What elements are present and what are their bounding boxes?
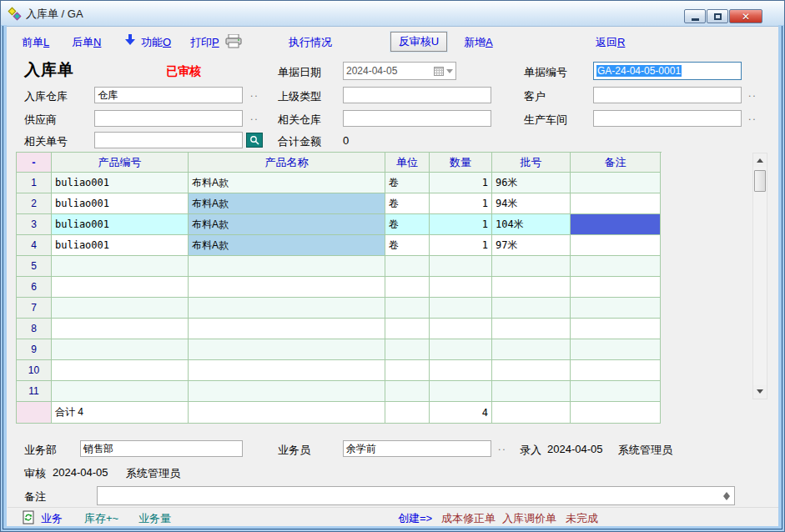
- scroll-down-button[interactable]: [753, 385, 767, 399]
- note-cell[interactable]: [571, 339, 661, 360]
- note-cell[interactable]: [571, 173, 661, 193]
- unit-cell[interactable]: [385, 298, 430, 319]
- salesman-field[interactable]: 余学前: [343, 440, 491, 457]
- quantity-cell[interactable]: 1: [430, 173, 492, 193]
- print-link[interactable]: 打印P: [190, 35, 219, 50]
- batch-cell[interactable]: [492, 298, 571, 319]
- quantity-cell[interactable]: [430, 381, 492, 402]
- product-name-cell[interactable]: [189, 339, 385, 360]
- salesman-lookup-dots[interactable]: ..: [498, 441, 507, 453]
- batch-cell[interactable]: [492, 360, 571, 381]
- grid-column-header[interactable]: 单位: [385, 153, 430, 173]
- status-price-adj-link[interactable]: 入库调价单: [502, 511, 556, 526]
- status-create-link[interactable]: 创建=>: [398, 511, 432, 526]
- product-name-cell[interactable]: 布料A款: [189, 214, 385, 235]
- row-number-cell[interactable]: 1: [17, 173, 52, 193]
- row-number-cell[interactable]: 8: [17, 319, 52, 339]
- product-name-cell[interactable]: [189, 277, 385, 298]
- parent-type-field[interactable]: [343, 87, 491, 103]
- grid-column-header[interactable]: 产品名称: [189, 153, 385, 173]
- product-name-cell[interactable]: [189, 319, 385, 339]
- product-code-cell[interactable]: [52, 277, 189, 298]
- batch-cell[interactable]: [492, 381, 571, 402]
- prev-doc-link[interactable]: 前单L: [22, 35, 49, 50]
- function-menu-link[interactable]: 功能O: [141, 35, 171, 50]
- row-number-cell[interactable]: 5: [17, 256, 52, 277]
- note-cell[interactable]: [571, 360, 661, 381]
- refresh-doc-icon[interactable]: [22, 510, 35, 527]
- row-number-cell[interactable]: 4: [17, 235, 52, 256]
- note-cell[interactable]: [571, 381, 661, 402]
- product-name-cell[interactable]: [189, 298, 385, 319]
- batch-cell[interactable]: [492, 319, 571, 339]
- supplier-lookup-dots[interactable]: ..: [250, 111, 259, 123]
- product-code-cell[interactable]: [52, 360, 189, 381]
- note-cell[interactable]: [571, 193, 661, 214]
- quantity-cell[interactable]: [430, 298, 492, 319]
- close-button[interactable]: ✕: [729, 9, 762, 23]
- row-number-cell[interactable]: 2: [17, 193, 52, 214]
- row-number-cell[interactable]: 6: [17, 277, 52, 298]
- product-code-cell[interactable]: [52, 339, 189, 360]
- next-doc-link[interactable]: 后单N: [72, 35, 101, 50]
- search-icon[interactable]: [246, 133, 263, 148]
- unit-cell[interactable]: [385, 256, 430, 277]
- grid-scrollbar[interactable]: [752, 153, 767, 399]
- product-code-cell[interactable]: buliao001: [52, 235, 189, 256]
- scrollbar-thumb[interactable]: [754, 170, 766, 192]
- grid-column-header[interactable]: -: [17, 153, 52, 173]
- batch-cell[interactable]: [492, 256, 571, 277]
- product-name-cell[interactable]: [189, 381, 385, 402]
- note-field[interactable]: [97, 486, 735, 505]
- unit-cell[interactable]: [385, 339, 430, 360]
- grid-column-header[interactable]: 数量: [430, 153, 492, 173]
- row-number-cell[interactable]: 3: [17, 214, 52, 235]
- doc-date-field[interactable]: 2024-04-05: [343, 62, 456, 80]
- quantity-cell[interactable]: 1: [430, 193, 492, 214]
- row-number-cell[interactable]: 11: [17, 381, 52, 402]
- scroll-up-button[interactable]: [753, 153, 767, 167]
- quantity-cell[interactable]: [430, 277, 492, 298]
- status-biz-qty-link[interactable]: 业务量: [138, 511, 171, 526]
- unit-cell[interactable]: 卷: [385, 173, 430, 193]
- maximize-button[interactable]: [707, 9, 728, 23]
- row-number-cell[interactable]: 10: [17, 360, 52, 381]
- related-no-field[interactable]: [94, 132, 243, 148]
- product-code-cell[interactable]: [52, 298, 189, 319]
- batch-cell[interactable]: 94米: [492, 193, 571, 214]
- printer-icon[interactable]: [224, 34, 243, 51]
- workshop-lookup-dots[interactable]: ..: [748, 111, 757, 123]
- unit-cell[interactable]: 卷: [385, 214, 430, 235]
- batch-cell[interactable]: 104米: [492, 214, 571, 235]
- product-name-cell[interactable]: [189, 256, 385, 277]
- related-warehouse-field[interactable]: [343, 110, 491, 127]
- customer-lookup-dots[interactable]: ..: [748, 88, 757, 99]
- batch-cell[interactable]: 97米: [492, 235, 571, 256]
- quantity-cell[interactable]: [430, 319, 492, 339]
- warehouse-field[interactable]: 仓库: [94, 87, 243, 103]
- customer-field[interactable]: [593, 87, 742, 103]
- quantity-cell[interactable]: [430, 360, 492, 381]
- unaudit-button[interactable]: 反审核U: [390, 32, 447, 52]
- product-code-cell[interactable]: [52, 381, 189, 402]
- note-cell[interactable]: [571, 319, 661, 339]
- execution-status-link[interactable]: 执行情况: [289, 35, 332, 50]
- row-number-cell[interactable]: 7: [17, 298, 52, 319]
- row-number-cell[interactable]: 9: [17, 339, 52, 360]
- supplier-field[interactable]: [94, 110, 243, 127]
- add-new-link[interactable]: 新增A: [464, 35, 493, 50]
- note-cell[interactable]: [571, 298, 661, 319]
- workshop-field[interactable]: [593, 110, 742, 127]
- return-link[interactable]: 返回R: [596, 35, 625, 50]
- grid-column-header[interactable]: 产品编号: [52, 153, 189, 173]
- unit-cell[interactable]: 卷: [385, 235, 430, 256]
- unit-cell[interactable]: [385, 277, 430, 298]
- product-code-cell[interactable]: [52, 256, 189, 277]
- dept-field[interactable]: 销售部: [80, 440, 243, 457]
- note-cell[interactable]: [571, 277, 661, 298]
- product-code-cell[interactable]: buliao001: [52, 214, 189, 235]
- note-cell[interactable]: [571, 256, 661, 277]
- note-cell[interactable]: [571, 214, 661, 235]
- minimize-button[interactable]: [684, 9, 706, 23]
- unit-cell[interactable]: [385, 319, 430, 339]
